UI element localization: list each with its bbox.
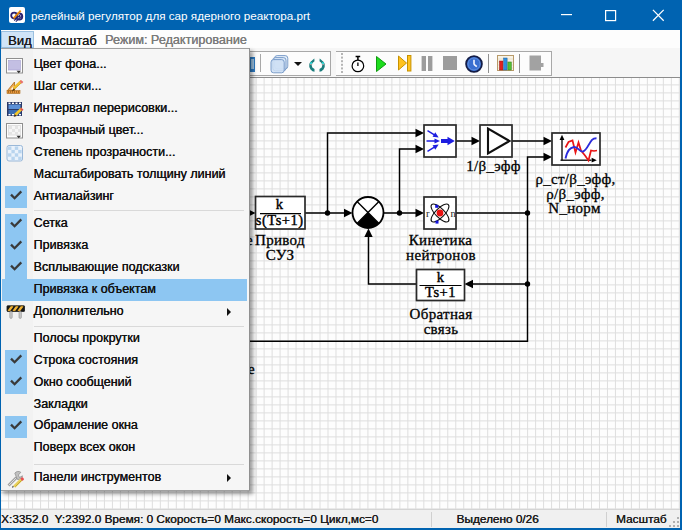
svg-text:n: n xyxy=(451,208,457,219)
svg-text:1/β_эфф: 1/β_эфф xyxy=(466,158,521,174)
svg-text:Обратная: Обратная xyxy=(410,306,473,322)
svg-text:ρ_ст/β_эфф,: ρ_ст/β_эфф, xyxy=(535,171,615,187)
svg-text:k: k xyxy=(276,196,284,212)
svg-text:r: r xyxy=(426,208,430,219)
svg-text:N_норм: N_норм xyxy=(548,200,601,216)
svg-text:нейтронов: нейтронов xyxy=(406,247,476,263)
svg-text:СУЗ: СУЗ xyxy=(266,247,295,263)
svg-text:Привод: Привод xyxy=(255,232,305,248)
svg-text:k: k xyxy=(437,269,445,285)
svg-text:Кинетика: Кинетика xyxy=(409,232,472,248)
svg-text:связь: связь xyxy=(424,321,459,337)
svg-text:Ts+1: Ts+1 xyxy=(425,284,456,300)
